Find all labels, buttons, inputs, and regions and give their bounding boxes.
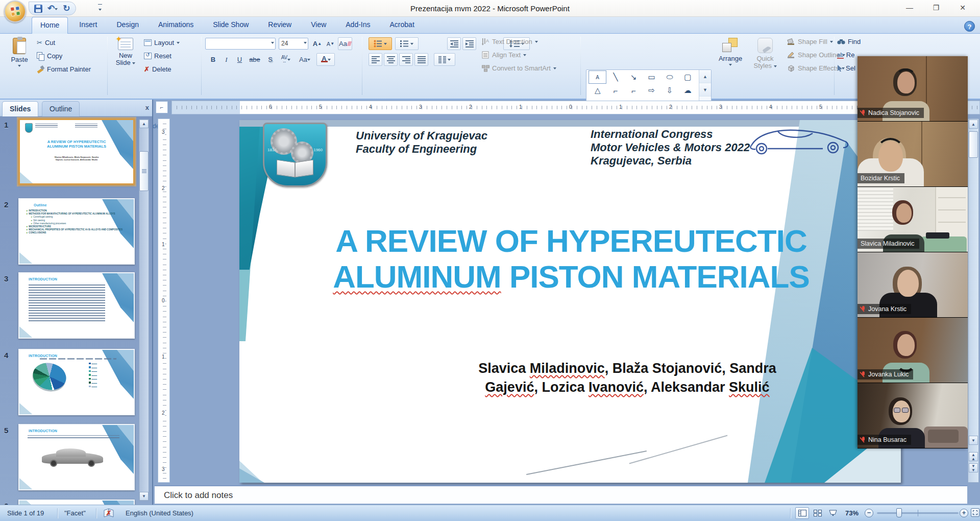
shape-icon-8[interactable]: ⌐: [625, 84, 643, 97]
shape-icon-0[interactable]: A: [589, 70, 606, 84]
shape-fill-button[interactable]: Shape Fill: [787, 38, 833, 45]
increase-indent-button[interactable]: [462, 37, 476, 50]
save-icon[interactable]: [34, 5, 42, 13]
convert-smartart-button[interactable]: Convert to SmartArt: [482, 64, 556, 72]
notes-pane[interactable]: Click to add notes: [154, 485, 968, 504]
tab-acrobat[interactable]: Acrobat: [382, 17, 423, 34]
zoom-out-button[interactable]: −: [865, 509, 873, 517]
participant-tile[interactable]: Jovana Krstic: [857, 252, 968, 318]
align-text-button[interactable]: Align Text: [482, 51, 526, 59]
participant-tile[interactable]: Slavica Miladinovic: [857, 187, 968, 252]
customize-toolbar-icon[interactable]: [98, 4, 102, 13]
select-button[interactable]: Sel: [837, 64, 855, 72]
title-bar[interactable]: Prezentacija mvm 2022 - Microsoft PowerP…: [0, 0, 980, 17]
text-direction-button[interactable]: A Text Direction: [482, 38, 538, 45]
replace-button[interactable]: ab Re: [837, 51, 854, 59]
tab-selector-button[interactable]: ⌐: [156, 101, 168, 113]
fit-to-window-button[interactable]: [971, 508, 979, 517]
normal-view-button[interactable]: [795, 507, 809, 519]
panel-scroll-thumb[interactable]: [139, 151, 149, 191]
bold-button[interactable]: B: [207, 53, 219, 66]
slide-thumbnail-3[interactable]: INTRODUCTION: [18, 272, 135, 339]
participant-tile[interactable]: Nadica Stojanovic: [857, 56, 968, 122]
reset-button[interactable]: Reset: [144, 52, 172, 60]
shape-icon-6[interactable]: △: [589, 84, 606, 97]
new-slide-button[interactable]: ✦ New Slide: [112, 36, 139, 66]
vertical-ruler[interactable]: 3210123: [158, 119, 170, 483]
slide-canvas[interactable]: 1838 1960 University of KragujevacFacult…: [239, 120, 901, 483]
slide-sorter-view-button[interactable]: [811, 507, 824, 519]
language-status[interactable]: English (United States): [126, 509, 193, 517]
shape-icon-11[interactable]: ☁: [679, 84, 697, 97]
shape-icon-5[interactable]: ▢: [679, 70, 697, 84]
shape-icon-4[interactable]: ⬭: [660, 70, 678, 84]
underline-button[interactable]: U: [234, 53, 246, 66]
justify-button[interactable]: [414, 53, 428, 66]
shape-icon-10[interactable]: ⇩: [660, 84, 678, 97]
tab-view[interactable]: View: [303, 17, 334, 34]
slide-title[interactable]: A REVIEW OF HYPEREUTECTIC ALUMINUM PISTO…: [316, 223, 826, 295]
font-name-combo[interactable]: [205, 38, 276, 50]
slide-thumbnail-2[interactable]: OutlineINTRODUCTIONMETHODS FOR MANUFACTU…: [18, 198, 135, 265]
zoom-in-button[interactable]: +: [960, 509, 968, 517]
tab-insert[interactable]: Insert: [71, 17, 105, 34]
align-right-button[interactable]: [399, 53, 413, 66]
clear-formatting-button[interactable]: Aa: [338, 37, 352, 50]
slide-authors[interactable]: Slavica Miladinovic, Blaža Stojanović, S…: [444, 359, 811, 397]
tab-design[interactable]: Design: [108, 17, 147, 34]
office-button[interactable]: [4, 1, 26, 22]
align-center-button[interactable]: [384, 53, 398, 66]
font-color-button[interactable]: A: [316, 53, 335, 66]
decrease-indent-button[interactable]: [447, 37, 461, 50]
layout-button[interactable]: Layout: [144, 39, 180, 46]
italic-button[interactable]: I: [220, 53, 232, 66]
strikethrough-button[interactable]: abe: [247, 53, 262, 66]
font-size-combo[interactable]: 24: [279, 38, 308, 50]
participant-tile[interactable]: Jovanka Lukic: [857, 318, 968, 383]
slide-thumbnail-4[interactable]: INTRODUCTION▬▬▬▬▬▬▬▬▬▬▬▬▬▬▬▬▬▬▬▬▬: [18, 349, 135, 415]
slide-show-view-button[interactable]: [826, 507, 840, 519]
scroll-down-icon[interactable]: ▼: [969, 436, 978, 445]
tab-add-ins[interactable]: Add-Ins: [337, 17, 378, 34]
panel-scroll-down-icon[interactable]: ▼: [139, 492, 149, 501]
slide-header-right[interactable]: International CongressMotor Vehicles & M…: [591, 128, 750, 168]
close-panel-icon[interactable]: x: [145, 104, 149, 111]
tab-review[interactable]: Review: [260, 17, 300, 34]
theme-name[interactable]: "Facet": [64, 509, 86, 517]
format-painter-button[interactable]: Format Painter: [37, 65, 91, 73]
delete-button[interactable]: ✗ Delete: [144, 65, 171, 73]
panel-scrollbar[interactable]: ▲ ▼: [139, 119, 149, 501]
restore-button[interactable]: ❐: [923, 0, 949, 15]
copy-button[interactable]: Copy: [37, 52, 62, 60]
scroll-thumb[interactable]: [969, 131, 978, 158]
participant-tile[interactable]: Bozidar Krstic: [857, 122, 968, 187]
scroll-up-icon[interactable]: ▲: [969, 120, 978, 129]
paste-button[interactable]: Paste: [7, 36, 32, 67]
shape-icon-3[interactable]: ▭: [643, 70, 660, 84]
cut-button[interactable]: ✂ Cut: [37, 39, 55, 46]
columns-button[interactable]: [434, 53, 455, 66]
change-case-button[interactable]: Aa: [296, 53, 313, 66]
shrink-font-button[interactable]: A▼: [325, 37, 336, 50]
minimize-button[interactable]: —: [896, 0, 923, 15]
shape-icon-7[interactable]: ⌐: [606, 84, 624, 97]
spell-check-icon[interactable]: ✗: [103, 508, 115, 519]
undo-button[interactable]: ↶: [47, 5, 58, 13]
zoom-slider-thumb[interactable]: [896, 508, 902, 517]
tab-animations[interactable]: Animations: [150, 17, 202, 34]
find-button[interactable]: Find: [837, 38, 861, 45]
text-shadow-button[interactable]: S: [264, 53, 276, 66]
slide-thumbnail-1[interactable]: A REVIEW OF HYPEREUTECTICALUMINUM PISTON…: [18, 119, 135, 185]
quick-styles-button[interactable]: Quick Styles: [749, 36, 781, 69]
align-left-button[interactable]: [369, 53, 382, 66]
shape-icon-9[interactable]: ⇨: [643, 84, 660, 97]
tab-outline[interactable]: Outline: [42, 101, 80, 116]
slide-header-left[interactable]: University of KragujevacFaculty of Engin…: [356, 129, 487, 156]
arrange-button[interactable]: Arrange: [716, 36, 745, 66]
slide-thumbnail-5[interactable]: INTRODUCTION: [18, 424, 135, 490]
help-button[interactable]: ?: [964, 21, 975, 32]
character-spacing-button[interactable]: AV↔: [278, 53, 294, 66]
grow-font-button[interactable]: A▲: [311, 37, 323, 50]
next-slide-button[interactable]: ▼▼: [969, 463, 978, 472]
close-button[interactable]: ✕: [949, 0, 976, 15]
